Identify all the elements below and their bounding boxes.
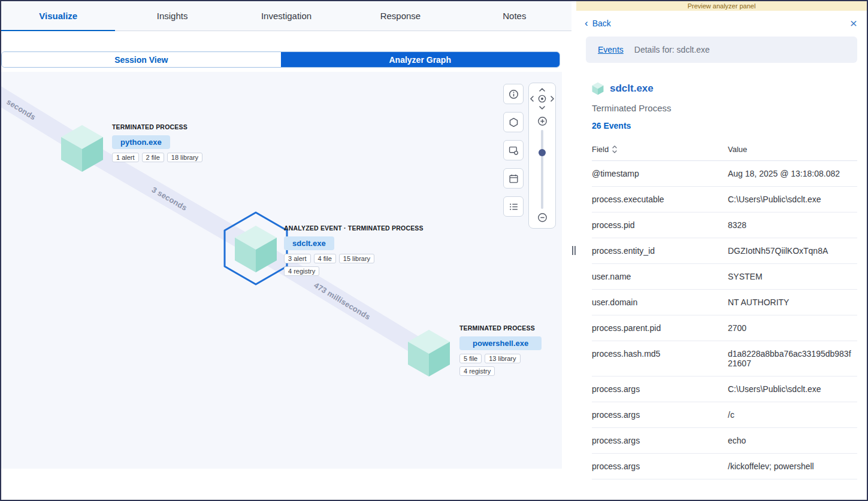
graph-toolbar (503, 84, 524, 217)
tab-response[interactable]: Response (343, 1, 457, 31)
node-badges: 3 alert 4 file 15 library 4 registry (284, 254, 381, 276)
view-toggle: Session View Analyzer Graph (1, 51, 560, 68)
app-window: Visualize Insights Investigation Respons… (0, 0, 868, 501)
badge-library[interactable]: 13 library (485, 354, 520, 363)
close-button[interactable]: × (850, 17, 857, 29)
badge-file[interactable]: 4 file (314, 254, 336, 263)
field-value: Aug 18, 2025 @ 13:18:08.082 (728, 161, 857, 187)
chevron-down-icon (539, 105, 546, 110)
center-target-icon (537, 94, 547, 104)
pan-up-button[interactable] (538, 87, 546, 93)
field-name: process.parent.pid (592, 315, 728, 341)
tab-notes[interactable]: Notes (458, 1, 571, 31)
sort-icon[interactable] (612, 145, 618, 153)
field-name: process.args (592, 428, 728, 454)
zoom-slider[interactable] (541, 130, 543, 209)
center-camera-button[interactable] (537, 93, 548, 104)
field-value: DGZIotNh57QiilKOxTqn8A (728, 238, 857, 264)
grip-icon (572, 246, 576, 255)
field-name: process.args (592, 376, 728, 402)
node-label-python: TERMINATED PROCESS python.exe 1 alert 2 … (112, 123, 238, 162)
field-value-table: Field Value @timestampAug 18, 2025 @ 13:… (592, 145, 857, 479)
table-row: process.pid8328 (592, 212, 857, 238)
table-row: process.argsecho (592, 428, 857, 454)
hexagon-icon (509, 117, 519, 127)
process-node-python[interactable] (60, 125, 104, 172)
schema-settings-button[interactable] (503, 140, 524, 160)
field-name: user.name (592, 264, 728, 290)
table-row: process.args/c (592, 402, 857, 428)
tab-bar: Visualize Insights Investigation Respons… (1, 1, 571, 31)
field-name: process.args (592, 402, 728, 428)
session-view-button[interactable]: Session View (2, 52, 281, 67)
node-name-pill[interactable]: sdclt.exe (284, 236, 334, 250)
preview-banner: Preview analyzer panel (576, 1, 867, 11)
badge-alert[interactable]: 1 alert (112, 153, 139, 162)
view-toggle-strip: Session View Analyzer Graph (1, 31, 571, 72)
info-button[interactable] (503, 84, 524, 104)
info-icon (509, 89, 519, 99)
analyzer-graph-button[interactable]: Analyzer Graph (281, 52, 560, 67)
table-row: process.parent.pid2700 (592, 315, 857, 341)
zoom-out-icon (537, 212, 548, 223)
field-name: @timestamp (592, 161, 728, 187)
badge-library[interactable]: 15 library (339, 254, 374, 263)
badge-registry[interactable]: 4 registry (459, 366, 495, 376)
table-row: user.domainNT AUTHORITY (592, 290, 857, 315)
pan-right-button[interactable] (549, 95, 555, 103)
table-row: process.entity_idDGZIotNh57QiilKOxTqn8A (592, 238, 857, 264)
badge-file[interactable]: 5 file (459, 354, 482, 363)
node-type-label: Terminated Process (592, 103, 867, 113)
badge-alert[interactable]: 3 alert (284, 254, 311, 263)
edge-label: 473 milliseconds (313, 280, 373, 321)
pan-left-button[interactable] (529, 95, 535, 103)
tab-insights[interactable]: Insights (115, 1, 229, 31)
zoom-out-button[interactable] (537, 212, 548, 223)
process-node-sdclt[interactable] (234, 225, 278, 273)
field-value: 8328 (728, 212, 857, 238)
list-icon (509, 202, 519, 212)
event-list-button[interactable] (503, 196, 524, 217)
field-name: process.entity_id (592, 238, 728, 264)
node-name-title: sdclt.exe (610, 83, 654, 95)
field-name: process.args (592, 454, 728, 479)
field-value: 2700 (728, 315, 857, 341)
back-button[interactable]: ‹ Back (585, 18, 611, 28)
node-badges: 1 alert 2 file 18 library (112, 153, 238, 162)
analyzer-graph-canvas[interactable]: seconds 3 seconds 473 milliseconds TERMI… (1, 72, 571, 500)
field-name: user.domain (592, 290, 728, 315)
main-area: Visualize Insights Investigation Respons… (1, 1, 571, 500)
date-picker-button[interactable] (503, 168, 524, 189)
badge-file[interactable]: 2 file (142, 153, 164, 162)
field-name: process.hash.md5 (592, 341, 728, 376)
node-kind-label: TERMINATED PROCESS (459, 324, 542, 332)
tab-investigation[interactable]: Investigation (229, 1, 343, 31)
zoom-in-button[interactable] (537, 116, 548, 127)
badge-library[interactable]: 18 library (167, 153, 202, 162)
process-node-powershell[interactable] (407, 329, 451, 377)
node-legend-button[interactable] (503, 112, 524, 132)
preview-analyzer-panel: Preview analyzer panel ‹ Back × Events D… (576, 1, 867, 500)
node-header: sdclt.exe (592, 82, 867, 95)
cube-icon (592, 82, 604, 95)
node-name-pill[interactable]: python.exe (112, 135, 170, 149)
panel-resize-handle[interactable] (571, 1, 576, 500)
pan-down-button[interactable] (538, 105, 546, 111)
graph-bottom-margin (1, 469, 571, 500)
field-value: SYSTEM (728, 264, 857, 290)
events-count-link[interactable]: 26 Events (592, 121, 867, 130)
chevron-right-icon (550, 95, 555, 102)
tab-visualize[interactable]: Visualize (1, 1, 115, 31)
badge-registry[interactable]: 4 registry (284, 266, 319, 276)
zoom-in-icon (537, 116, 548, 126)
pan-zoom-control (528, 83, 556, 229)
chevron-left-icon (530, 95, 534, 102)
events-tab-link[interactable]: Events (598, 45, 624, 54)
field-value: C:\Users\Public\sdclt.exe (728, 187, 857, 212)
field-value: echo (728, 428, 857, 454)
back-label: Back (592, 19, 611, 28)
edge-label: 3 seconds (150, 185, 189, 212)
node-name-pill[interactable]: powershell.exe (459, 336, 542, 350)
zoom-slider-thumb[interactable] (539, 149, 546, 156)
field-value: C:\Users\Public\sdclt.exe (728, 376, 857, 402)
